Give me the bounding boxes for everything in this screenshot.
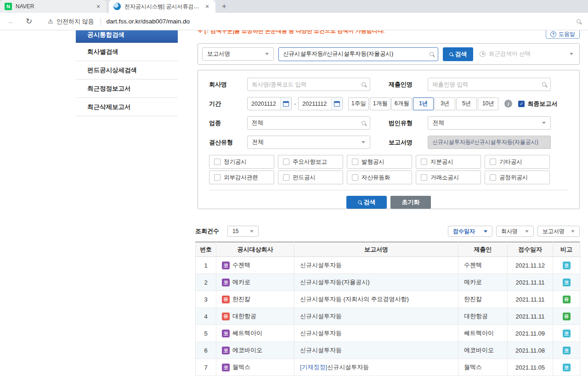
checkbox-major-issues[interactable]: 주요사항보고 <box>278 155 343 169</box>
settlement-value: 전체 <box>252 138 264 146</box>
company-link[interactable]: 수젠텍 <box>232 261 250 269</box>
help-button[interactable]: ? 도움말 <box>546 29 580 39</box>
period-button-1week[interactable]: 1주일 <box>348 97 369 110</box>
sidebar-item-recent-deleted[interactable]: 최근삭제보고서 <box>76 98 178 116</box>
checkbox-others[interactable]: 기타공시 <box>485 155 550 169</box>
checkbox-icon[interactable] <box>421 159 427 165</box>
sort-by-date-select[interactable]: 접수일자 <box>448 226 492 237</box>
company-link[interactable]: 월덱스 <box>232 363 250 371</box>
search-icon[interactable] <box>362 82 366 86</box>
tab-naver[interactable]: N NAVER × <box>0 0 107 13</box>
report-link[interactable]: 신규시설투자등 <box>300 330 342 336</box>
cell-company: 코월덱스 <box>216 359 294 376</box>
checkbox-icon[interactable] <box>283 159 289 165</box>
calendar-button[interactable] <box>280 97 291 110</box>
checkbox-icon[interactable] <box>214 174 220 181</box>
company-link[interactable]: 한진칼 <box>232 295 250 303</box>
table-row: 7 코월덱스 [기재정정]신규시설투자등 월덱스 2021.11.05 코 <box>196 359 580 376</box>
search-button[interactable]: 검색 <box>443 47 473 61</box>
period-button-1year[interactable]: 1년 <box>413 97 434 110</box>
reload-icon[interactable]: ↻ <box>26 17 32 25</box>
checkbox-label: 지분공시 <box>430 158 453 166</box>
reset-button[interactable]: 초기화 <box>390 196 431 209</box>
sort-by-report-select[interactable]: 보고서명 <box>537 226 580 237</box>
new-tab-button[interactable]: + <box>218 0 230 12</box>
form-search-button[interactable]: 검색 <box>346 196 387 209</box>
period-button-1month[interactable]: 1개월 <box>370 97 390 110</box>
cell-date: 2021.11.11 <box>508 291 553 308</box>
final-report-checkbox-wrap[interactable]: ✓ 최종보고서 <box>518 100 557 108</box>
checkbox-label: 발행공시 <box>362 158 384 166</box>
checkbox-icon[interactable] <box>490 159 496 165</box>
close-icon[interactable]: × <box>95 3 102 10</box>
search-icon[interactable] <box>542 82 546 86</box>
back-icon[interactable]: ← <box>7 18 15 25</box>
checkbox-asset-securitization[interactable]: 자산유동화 <box>347 171 412 184</box>
settlement-select[interactable]: 전체 <box>247 136 370 149</box>
recent-search-select[interactable]: 최근검색어 선택 <box>480 50 575 58</box>
checkbox-icon[interactable] <box>490 174 496 181</box>
search-category-select[interactable]: 보고서명 <box>202 47 274 61</box>
industry-input[interactable] <box>252 120 362 126</box>
cell-report: [기재정정]신규시설투자등 <box>294 359 458 376</box>
warning-icon[interactable]: ⚠ <box>48 18 53 25</box>
search-icon <box>449 52 453 56</box>
search-category-value: 보고서명 <box>207 50 230 58</box>
date-to-field[interactable]: 20211112 <box>298 97 343 110</box>
checkbox-external-audit[interactable]: 외부감사관련 <box>209 171 274 184</box>
company-link[interactable]: 쎄트렉아이 <box>232 329 262 337</box>
sidebar-item-company-search[interactable]: 회사별검색 <box>76 43 178 61</box>
report-link[interactable]: 신규시설투자등(자율공시) <box>300 279 370 285</box>
submitter-input[interactable] <box>432 81 542 88</box>
info-icon[interactable]: i <box>504 100 512 108</box>
url-text[interactable]: dart.fss.or.kr/dsab007/main.do <box>107 18 577 25</box>
period-button-3year[interactable]: 3년 <box>435 97 455 110</box>
filter-panel: 회사명 제출인명 기간 20201112 - 20211112 <box>198 70 580 209</box>
search-icon[interactable] <box>430 52 434 56</box>
security-warning-label[interactable]: 안전하지 않음 <box>57 17 94 26</box>
tab-dart[interactable]: 전자공시시스템| 공시서류검색 | × <box>109 0 215 13</box>
company-link[interactable]: 에코바이오 <box>232 346 262 354</box>
checkbox-icon[interactable] <box>352 174 358 181</box>
checkbox-icon[interactable] <box>283 174 289 181</box>
checkbox-icon[interactable] <box>352 159 358 165</box>
report-link[interactable]: 신규시설투자등 (자회사의 주요경영사항) <box>300 296 409 302</box>
report-link[interactable]: 신규시설투자등 <box>300 347 342 353</box>
results-section: 조회건수 15 접수일자 회사명 보고서명 <box>195 225 580 376</box>
final-report-checkbox[interactable]: ✓ <box>518 101 525 107</box>
period-button-6month[interactable]: 6개월 <box>391 97 412 110</box>
cell-report: 신규시설투자등 <box>294 257 458 274</box>
sidebar-item-fund-search[interactable]: 펀드공시상세검색 <box>76 61 178 80</box>
report-link[interactable]: 신규시설투자등 <box>300 262 342 268</box>
checkbox-periodic[interactable]: 정기공시 <box>209 155 274 169</box>
zoom-icon[interactable] <box>577 19 581 23</box>
report-link[interactable]: 신규시설투자등 <box>300 313 342 319</box>
company-link[interactable]: 메카로 <box>232 278 250 286</box>
period-button-10year[interactable]: 10년 <box>478 97 498 110</box>
sidebar-item-recent-corrections[interactable]: 최근정정보고서 <box>76 80 178 98</box>
checkbox-issuance[interactable]: 발행공시 <box>347 155 412 169</box>
date-range-separator: - <box>294 100 296 107</box>
market-badge: 코 <box>222 347 230 354</box>
date-from-field[interactable]: 20201112 <box>247 97 292 110</box>
checkbox-icon[interactable] <box>421 174 427 181</box>
close-icon[interactable]: × <box>204 3 211 10</box>
page-size-select[interactable]: 15 <box>227 226 259 237</box>
checkbox-icon[interactable] <box>214 159 220 165</box>
company-input[interactable] <box>252 81 362 88</box>
report-link[interactable]: 신규시설투자등 <box>327 364 369 370</box>
sort-by-company-select[interactable]: 회사명 <box>496 226 534 237</box>
checkbox-ownership[interactable]: 지분공시 <box>416 155 481 169</box>
checkbox-exchange[interactable]: 거래소공시 <box>416 171 481 184</box>
cell-report: 신규시설투자등 (자회사의 주요경영사항) <box>294 291 458 308</box>
calendar-icon <box>283 101 289 107</box>
period-button-5year[interactable]: 5년 <box>456 97 477 110</box>
search-icon[interactable] <box>362 121 366 125</box>
company-link[interactable]: 대한항공 <box>232 312 256 320</box>
checkbox-ftc[interactable]: 공정위공시 <box>485 171 550 184</box>
checkbox-fund[interactable]: 펀드공시 <box>278 171 343 184</box>
calendar-button[interactable] <box>331 97 342 110</box>
corp-type-select[interactable]: 전체 <box>428 116 551 130</box>
search-query-input[interactable] <box>283 51 430 57</box>
cell-submitter: 대한항공 <box>458 308 508 325</box>
